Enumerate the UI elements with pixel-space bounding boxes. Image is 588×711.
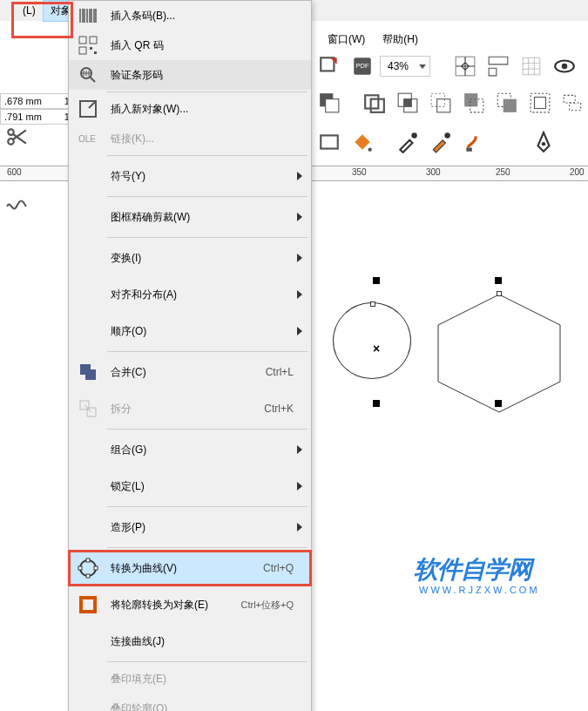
verify-barcode-icon: [69, 64, 107, 85]
trim-icon[interactable]: [314, 87, 345, 118]
menu-partial[interactable]: (L): [16, 2, 43, 19]
color-eyedropper-icon[interactable]: [425, 126, 456, 158]
watermark: 软件自学网 WWW.RJZXW.COM: [414, 553, 540, 595]
svg-rect-22: [570, 103, 581, 111]
weld-icon[interactable]: [359, 87, 390, 118]
menu-window[interactable]: 窗口(W): [322, 30, 370, 49]
svg-marker-50: [438, 295, 560, 412]
chevron-down-icon: [419, 64, 426, 69]
front-minus-icon[interactable]: [458, 87, 490, 118]
zoom-combo[interactable]: 43%: [380, 56, 430, 77]
object-menu: 插入条码(B)... 插入 QR 码 验证条形码 插入新对象(W)... OLE…: [68, 0, 312, 711]
ruler-icon[interactable]: [483, 51, 514, 82]
selection-handle[interactable]: [495, 277, 502, 284]
insert-object-icon: [69, 98, 107, 119]
chevron-right-icon: [297, 290, 302, 299]
svg-text:OLE: OLE: [78, 134, 96, 144]
svg-rect-14: [437, 99, 450, 112]
boundary-icon[interactable]: [524, 87, 556, 118]
zoom-value: 43%: [384, 60, 419, 72]
svg-point-28: [542, 142, 545, 146]
qr-icon: [69, 35, 107, 56]
intersect-icon[interactable]: [392, 87, 423, 118]
ole-link-icon: OLE: [69, 128, 107, 149]
svg-rect-48: [94, 566, 98, 570]
menu-powerclip[interactable]: 图框精确剪裁(W): [69, 199, 311, 235]
menu-join-curves[interactable]: 连接曲线(J): [69, 623, 311, 660]
wave-icon[interactable]: [2, 192, 31, 221]
menu-transform[interactable]: 变换(I): [69, 240, 311, 276]
menu-insert-qr[interactable]: 插入 QR 码: [69, 30, 311, 60]
menu-convert-to-curves[interactable]: 转换为曲线(V) Ctrl+Q: [69, 550, 311, 586]
menubar-right: 窗口(W) 帮助(H): [322, 30, 423, 49]
menu-insert-object[interactable]: 插入新对象(W)...: [69, 94, 311, 124]
hexagon-shape[interactable]: [436, 292, 566, 414]
node-handle[interactable]: [370, 301, 375, 307]
node-handle[interactable]: [497, 291, 502, 296]
pen-tool-icon[interactable]: [528, 126, 559, 158]
svg-rect-34: [79, 47, 86, 54]
height-value: .791 mm: [3, 112, 44, 122]
svg-rect-19: [531, 93, 550, 112]
menu-overprint-fill: 叠印填充(E): [69, 664, 311, 694]
export-icon[interactable]: [314, 51, 345, 82]
rect-tool-icon[interactable]: [314, 126, 345, 158]
snap-icon[interactable]: [449, 51, 481, 82]
circle-shape[interactable]: [333, 302, 411, 379]
svg-rect-0: [321, 58, 334, 71]
menu-outline-to-object[interactable]: 将轮廓转换为对象(E) Ctrl+位移+Q: [69, 586, 311, 623]
dimension-readout: .678 mm1 .791 mm1: [0, 93, 74, 125]
svg-rect-13: [431, 93, 444, 106]
menu-align[interactable]: 对齐和分布(A): [69, 276, 311, 313]
scissors-icon[interactable]: [2, 122, 31, 152]
toolbar-row-3: [314, 126, 588, 158]
toolbar-row-2: [314, 87, 588, 118]
outline-object-icon: [69, 594, 107, 615]
svg-rect-7: [326, 99, 339, 112]
selection-handle[interactable]: [495, 400, 502, 407]
back-minus-icon[interactable]: [491, 87, 523, 118]
menu-shaping[interactable]: 造形(P): [69, 509, 311, 545]
menu-group[interactable]: 组合(G): [69, 431, 311, 468]
menu-insert-barcode[interactable]: 插入条码(B)...: [69, 1, 311, 30]
menu-symbol[interactable]: 符号(Y): [69, 158, 311, 194]
chevron-right-icon: [297, 172, 302, 180]
chevron-right-icon: [297, 327, 302, 335]
selection-handle[interactable]: [373, 277, 380, 284]
svg-rect-27: [466, 148, 472, 152]
svg-point-24: [368, 148, 372, 152]
svg-rect-33: [90, 37, 97, 44]
selection-center: ×: [373, 342, 380, 356]
menu-verify-barcode[interactable]: 验证条形码: [69, 60, 311, 90]
menu-combine[interactable]: 合并(C) Ctrl+L: [69, 354, 311, 390]
brush-icon[interactable]: [458, 126, 490, 158]
selection-handle[interactable]: [373, 400, 380, 407]
chevron-right-icon: [297, 254, 302, 262]
simplify-icon[interactable]: [425, 87, 456, 118]
svg-rect-41: [85, 369, 96, 380]
svg-rect-20: [535, 98, 546, 109]
convert-curve-icon: [69, 558, 107, 579]
toolbar-row-1: PDF 43%: [314, 51, 580, 82]
eye-icon[interactable]: [549, 51, 580, 82]
menu-overprint-outline: 叠印轮廓(Q): [69, 694, 311, 711]
svg-point-25: [411, 132, 417, 139]
width-value: .678 mm: [3, 96, 44, 106]
menu-lock[interactable]: 锁定(L): [69, 468, 311, 504]
grid-icon[interactable]: [516, 51, 547, 82]
svg-rect-32: [79, 37, 86, 44]
menu-help[interactable]: 帮助(H): [377, 30, 423, 49]
align-icon[interactable]: [558, 87, 588, 118]
chevron-right-icon: [297, 482, 302, 491]
fill-tool-icon[interactable]: [347, 126, 378, 158]
eyedropper-icon[interactable]: [392, 126, 423, 158]
svg-rect-23: [321, 135, 338, 148]
menu-order[interactable]: 顺序(O): [69, 313, 311, 349]
menu-break: 拆分 Ctrl+K: [69, 390, 311, 427]
chevron-right-icon: [297, 213, 302, 221]
svg-point-26: [444, 132, 449, 139]
break-icon: [69, 398, 107, 419]
barcode-icon: [69, 5, 107, 26]
pdf-icon[interactable]: PDF: [347, 51, 378, 82]
svg-rect-46: [86, 574, 90, 578]
